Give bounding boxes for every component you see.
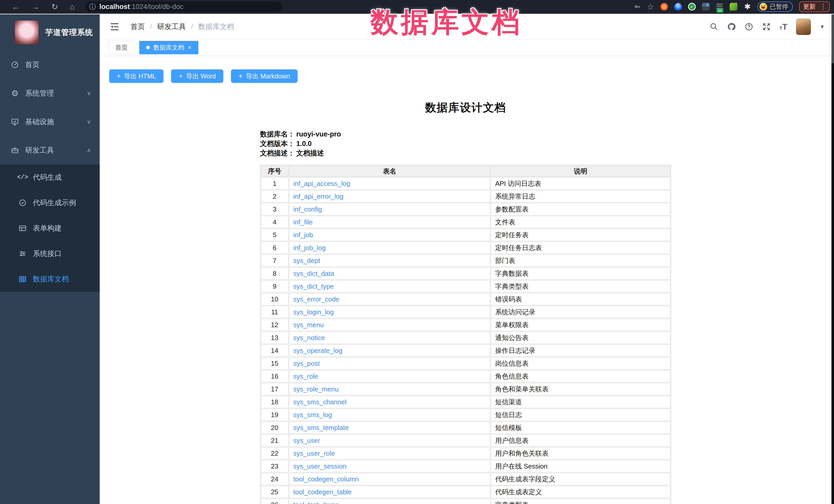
sidebar-subitem-代码生成[interactable]: </>代码生成 — [0, 165, 100, 190]
app-logo-row[interactable]: 芋道管理系统 — [0, 15, 100, 50]
table-description-cell: 代码生成表字段定义 — [491, 473, 670, 485]
table-row: 2inf_api_error_log系统异常日志 — [261, 190, 670, 202]
table-name-link[interactable]: sys_user_role — [293, 450, 335, 457]
sidebar-collapse-icon[interactable] — [109, 22, 120, 32]
table-description-cell: 定时任务日志表 — [491, 242, 670, 254]
table-name-link[interactable]: sys_operate_log — [293, 347, 343, 354]
meta-label: 文档描述： — [260, 149, 295, 157]
table-row: 26tool_test_demo字典类型表 — [261, 499, 670, 504]
table-row: 21sys_user用户信息表 — [261, 434, 670, 447]
help-icon[interactable] — [745, 22, 753, 31]
screenshot-stage: ← → ↻ ⌂ ⓘ localhost:1024/tool/db-doc ☆ o… — [0, 0, 834, 504]
extension-icon[interactable] — [702, 3, 710, 10]
table-name-link[interactable]: sys_sms_channel — [293, 398, 347, 406]
export-button-导出 Markdown[interactable]: +导出 Markdown — [231, 69, 298, 83]
table-name-link[interactable]: inf_api_error_log — [293, 193, 344, 200]
table-name-link[interactable]: sys_user — [293, 437, 320, 444]
table-name-cell: sys_sms_channel — [289, 396, 490, 408]
table-name-link[interactable]: sys_menu — [293, 321, 324, 329]
reload-icon[interactable]: ↻ — [51, 3, 58, 11]
table-name-link[interactable]: sys_role_menu — [293, 385, 338, 393]
table-name-cell: sys_menu — [289, 319, 490, 331]
extension-icon[interactable] — [730, 3, 738, 10]
gear-icon: ⚙ — [10, 89, 20, 98]
sidebar-subitem-系统接口[interactable]: 系统接口 — [0, 241, 100, 266]
bookmark-star-icon[interactable]: ☆ — [647, 3, 654, 11]
table-name-link[interactable]: sys_role — [293, 372, 319, 380]
table-name-link[interactable]: sys_notice — [293, 334, 325, 342]
browser-update-button[interactable]: 更新 ⋮ — [799, 1, 830, 12]
sidebar-item-研发工具[interactable]: 研发工具∧ — [0, 136, 100, 165]
close-icon[interactable]: × — [188, 44, 192, 51]
table-name-link[interactable]: inf_config — [293, 205, 322, 213]
key-icon[interactable] — [634, 3, 641, 10]
export-toolbar: +导出 HTML+导出 Word+导出 Markdown — [109, 69, 298, 83]
extension-icon[interactable] — [688, 3, 696, 10]
forward-icon[interactable]: → — [31, 3, 40, 11]
table-name-link[interactable]: tool_codegen_table — [293, 488, 352, 496]
scrollbar-thumb[interactable] — [831, 15, 834, 63]
export-button-导出 HTML[interactable]: +导出 HTML — [109, 69, 163, 83]
extension-icon[interactable] — [674, 3, 682, 10]
caret-down-icon[interactable]: ▼ — [819, 24, 825, 30]
breadcrumb-item[interactable]: 首页 — [131, 22, 145, 31]
table-name-link[interactable]: inf_file — [293, 218, 313, 226]
document-meta-line: 文档版本：1.0.0 — [260, 139, 671, 149]
table-name-link[interactable]: sys_dict_type — [293, 282, 334, 290]
address-bar[interactable]: ⓘ localhost:1024/tool/db-doc — [85, 2, 282, 12]
sidebar-item-系统管理[interactable]: ⚙系统管理∨ — [0, 79, 100, 107]
sidebar-item-label: 基础设施 — [25, 117, 54, 127]
table-name-link[interactable]: sys_sms_log — [293, 411, 332, 419]
table-name-link[interactable]: sys_user_session — [293, 462, 347, 470]
meta-label: 文档版本： — [260, 140, 295, 148]
breadcrumb-item[interactable]: 研发工具 — [157, 22, 186, 31]
app-window: 芋道管理系统 首页⚙系统管理∨基础设施∨研发工具∧ </>代码生成代码生成示例表… — [0, 15, 834, 504]
site-info-icon[interactable]: ⓘ — [89, 2, 96, 11]
column-header: 说明 — [491, 166, 670, 177]
window-scrollbar[interactable] — [831, 15, 834, 504]
user-avatar[interactable] — [796, 19, 811, 35]
table-name-link[interactable]: sys_sms_template — [293, 424, 349, 432]
font-size-icon[interactable]: тT — [780, 22, 787, 31]
meta-value: 1.0.0 — [296, 140, 312, 148]
sidebar-subitem-数据库文档[interactable]: 数据库文档 — [0, 266, 100, 292]
row-index-cell: 4 — [261, 216, 288, 228]
table-description-cell: 用户和角色关联表 — [491, 447, 670, 460]
home-icon[interactable]: ⌂ — [70, 3, 75, 11]
tab-首页[interactable]: 首页 — [108, 41, 135, 54]
table-name-link[interactable]: inf_job — [293, 231, 313, 239]
export-button-导出 Word[interactable]: +导出 Word — [171, 69, 223, 83]
table-name-link[interactable]: sys_dict_data — [293, 270, 334, 277]
profile-paused-badge[interactable]: 已暂停 — [758, 2, 793, 12]
table-name-link[interactable]: tool_codegen_column — [293, 475, 359, 483]
github-icon[interactable] — [727, 22, 736, 31]
column-header: 表名 — [289, 166, 490, 177]
search-icon[interactable] — [710, 22, 718, 31]
table-description-cell: 短信日志 — [491, 409, 670, 421]
table-name-link[interactable]: sys_error_code — [293, 295, 339, 303]
sidebar-item-基础设施[interactable]: 基础设施∨ — [0, 107, 100, 136]
table-description-cell: 短信渠道 — [491, 396, 670, 408]
sidebar-subitem-表单构建[interactable]: 表单构建 — [0, 215, 100, 241]
table-name-link[interactable]: tool_test_demo — [293, 501, 339, 504]
tab-数据库文档[interactable]: 数据库文档× — [139, 41, 198, 54]
table-name-link[interactable]: sys_dept — [293, 257, 320, 264]
back-icon[interactable]: ← — [12, 3, 20, 11]
browser-menu-icon[interactable]: ⋮ — [819, 3, 827, 10]
table-row: 16sys_role角色信息表 — [261, 370, 670, 382]
table-name-link[interactable]: sys_post — [293, 359, 320, 367]
extension-icon[interactable] — [660, 3, 668, 10]
profile-avatar-emoji — [760, 3, 767, 10]
sidebar-submenu: </>代码生成代码生成示例表单构建系统接口数据库文档 — [0, 165, 100, 292]
sidebar-subitem-代码生成示例[interactable]: 代码生成示例 — [0, 190, 100, 215]
table-description-cell: 岗位信息表 — [491, 357, 670, 370]
table-name-link[interactable]: sys_login_log — [293, 308, 334, 316]
fullscreen-icon[interactable] — [762, 22, 771, 31]
sidebar-item-label: 系统管理 — [25, 88, 54, 98]
sidebar-item-首页[interactable]: 首页 — [0, 50, 100, 79]
extension-icon[interactable]: on — [716, 3, 724, 10]
row-index-cell: 11 — [261, 306, 288, 318]
puzzle-extensions-icon[interactable]: ✱ — [744, 3, 751, 10]
table-name-link[interactable]: inf_job_log — [293, 244, 326, 251]
table-name-link[interactable]: inf_api_access_log — [293, 180, 350, 188]
